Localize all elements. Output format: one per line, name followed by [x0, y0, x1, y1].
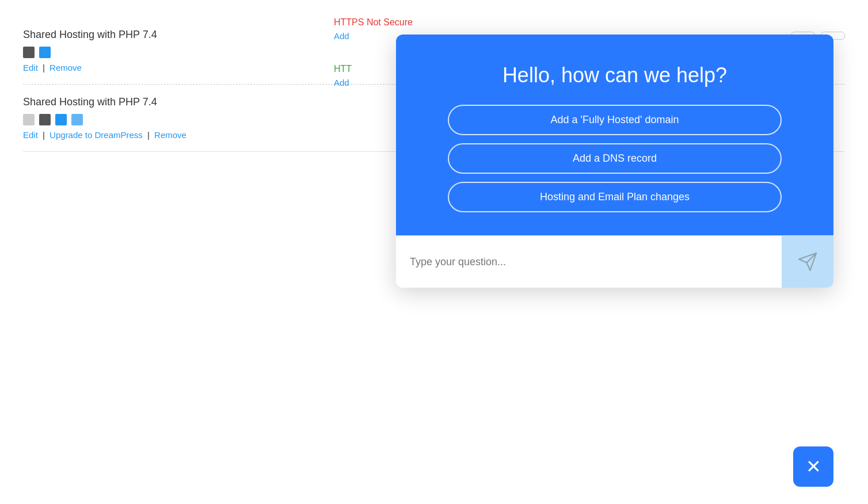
- status-icon-blue-2: [55, 114, 67, 125]
- status-icon-blue-light: [71, 114, 83, 125]
- close-icon: ✕: [806, 457, 821, 476]
- option-btn-2[interactable]: Add a DNS record: [448, 143, 782, 174]
- chat-input-area: [396, 235, 833, 288]
- edit-link-2[interactable]: Edit: [23, 130, 38, 140]
- status-icon-blue: [39, 47, 51, 58]
- send-icon: [797, 251, 818, 272]
- chat-options: Add a 'Fully Hosted' domain Add a DNS re…: [413, 105, 816, 212]
- status-icon-light: [23, 114, 35, 125]
- option-btn-1[interactable]: Add a 'Fully Hosted' domain: [448, 105, 782, 135]
- chat-title: Hello, how can we help?: [413, 63, 816, 87]
- chat-send-button[interactable]: [782, 236, 833, 288]
- chat-input[interactable]: [396, 240, 782, 284]
- chat-widget: Hello, how can we help? Add a 'Fully Hos…: [396, 35, 833, 288]
- status-icon-dark-2: [39, 114, 51, 125]
- chat-header: Hello, how can we help? Add a 'Fully Hos…: [396, 35, 833, 235]
- status-icon-dark: [23, 47, 35, 58]
- edit-link-1[interactable]: Edit: [23, 63, 38, 72]
- remove-link-2[interactable]: Remove: [154, 130, 186, 140]
- separator-2a: |: [43, 130, 47, 140]
- upgrade-link[interactable]: Upgrade to DreamPress: [50, 130, 143, 140]
- separator-1: |: [43, 63, 47, 72]
- separator-2b: |: [147, 130, 152, 140]
- remove-link-1[interactable]: Remove: [50, 63, 82, 72]
- chat-close-button[interactable]: ✕: [793, 446, 833, 487]
- https-not-secure-label: HTTPS Not Secure: [334, 17, 413, 28]
- option-btn-3[interactable]: Hosting and Email Plan changes: [448, 182, 782, 212]
